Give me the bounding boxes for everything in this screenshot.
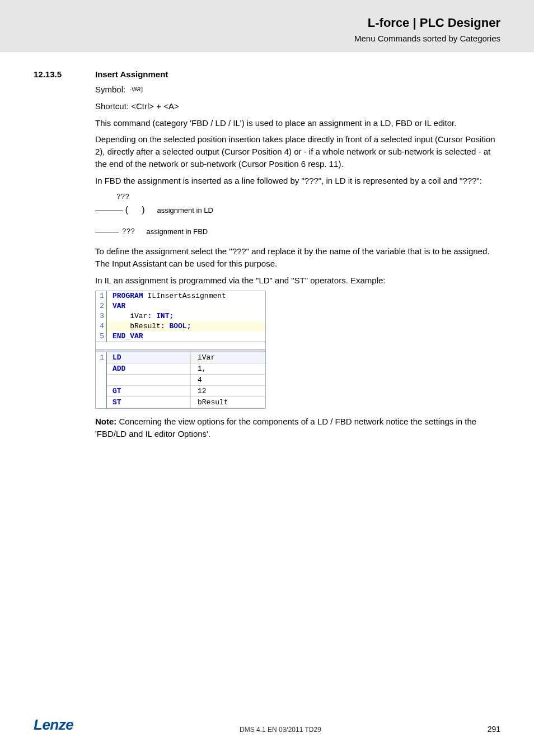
il-row: 4 — [96, 375, 265, 386]
il-operator: LD — [113, 352, 191, 363]
content-area: 12.13.5 Insert Assignment Symbol: -VAR] … — [0, 52, 534, 440]
fbd-row: ??? assignment in FBD — [95, 224, 500, 240]
il-body: STbResult — [107, 397, 265, 408]
il-body: LDiVar — [107, 352, 265, 363]
code-line: 5END_VAR — [96, 332, 265, 342]
footer: Lenze DMS 4.1 EN 03/2011 TD29 291 — [34, 716, 500, 734]
ld-qqq-label: ??? — [116, 192, 500, 203]
il-body: ADD1, — [107, 363, 265, 375]
ld-row-label: assignment in LD — [157, 206, 213, 216]
il-row: ADD1, — [96, 363, 265, 375]
paragraph-2: Depending on the selected position inser… — [95, 133, 500, 170]
fbd-row-label: assignment in FBD — [146, 227, 208, 237]
il-line-number — [96, 386, 107, 397]
assignment-icon: -VAR] — [129, 86, 143, 95]
il-row: GT12 — [96, 386, 265, 397]
il-line-number — [96, 397, 107, 408]
il-operator: ADD — [113, 363, 191, 374]
ld-coil-icon: ( ) — [124, 204, 146, 217]
fbd-wire — [95, 232, 119, 232]
code-line: 3 iVar: INT; — [96, 311, 265, 321]
paragraph-3: In FBD the assignment is inserted as a l… — [95, 175, 500, 187]
il-operator — [113, 375, 191, 385]
code-text: VAR — [107, 301, 265, 311]
code-line: 2VAR — [96, 301, 265, 311]
il-argument: bResult — [191, 397, 265, 408]
shortcut-line: Shortcut: <Ctrl> + <A> — [95, 100, 500, 113]
note-text: Concerning the view options for the comp… — [95, 417, 476, 438]
lenze-logo: Lenze — [34, 716, 73, 734]
il-body: 4 — [107, 375, 265, 386]
line-number: 3 — [96, 311, 107, 321]
header-band: L-force | PLC Designer Menu Commands sor… — [0, 0, 534, 52]
note-label: Note: — [95, 417, 116, 426]
line-number: 2 — [96, 301, 107, 311]
ld-row: ( ) assignment in LD — [95, 203, 500, 218]
code-text: PROGRAM ILInsertAssignment — [107, 291, 265, 301]
code-text: iVar: INT; — [107, 311, 265, 321]
footer-center-text: DMS 4.1 EN 03/2011 TD29 — [240, 726, 321, 734]
il-argument: 12 — [191, 386, 265, 396]
page-subtitle: Menu Commands sorted by Categories — [34, 34, 500, 43]
line-number: 1 — [96, 291, 107, 301]
code-line: 1PROGRAM ILInsertAssignment — [96, 291, 265, 301]
fbd-qqq-label: ??? — [122, 227, 135, 237]
paragraph-5: In IL an assignment is programmed via th… — [95, 274, 500, 287]
code-text: bResult: BOOL; — [107, 321, 265, 332]
ld-fbd-diagram: ??? ( ) assignment in LD ??? assignment … — [95, 192, 500, 240]
il-argument: 4 — [191, 375, 265, 385]
line-number: 4 — [96, 321, 107, 332]
ld-wire — [95, 211, 123, 211]
body-block: Symbol: -VAR] Shortcut: <Ctrl> + <A> Thi… — [95, 83, 500, 409]
line-number: 5 — [96, 332, 107, 342]
il-argument: iVar — [191, 352, 265, 363]
page-title: L-force | PLC Designer — [34, 16, 500, 30]
section-number: 12.13.5 — [34, 69, 95, 79]
il-line-number — [96, 363, 107, 375]
section-title: Insert Assignment — [95, 69, 168, 79]
code-il-block: 1LDiVarADD1,4GT12STbResult — [95, 352, 266, 409]
paragraph-1: This command (category 'FBD / LD / IL') … — [95, 117, 500, 129]
code-line: 4 bResult: BOOL; — [96, 321, 265, 332]
symbol-label: Symbol: — [95, 85, 125, 94]
footer-page-number: 291 — [488, 725, 500, 734]
il-row: 1LDiVar — [96, 352, 265, 363]
il-line-number: 1 — [96, 352, 107, 363]
code-declaration-block: 1PROGRAM ILInsertAssignment2VAR3 iVar: I… — [95, 291, 266, 342]
section-heading-row: 12.13.5 Insert Assignment — [34, 69, 500, 79]
paragraph-4: To define the assignment select the "???… — [95, 245, 500, 270]
code-gap — [95, 342, 266, 350]
il-operator: ST — [113, 397, 191, 408]
code-example: 1PROGRAM ILInsertAssignment2VAR3 iVar: I… — [95, 291, 266, 409]
il-operator: GT — [113, 386, 191, 396]
il-argument: 1, — [191, 363, 265, 374]
code-text: END_VAR — [107, 332, 265, 342]
symbol-line: Symbol: -VAR] — [95, 83, 500, 96]
il-body: GT12 — [107, 386, 265, 397]
note-block: Note: Concerning the view options for th… — [95, 416, 500, 440]
il-line-number — [96, 375, 107, 386]
il-row: STbResult — [96, 397, 265, 408]
